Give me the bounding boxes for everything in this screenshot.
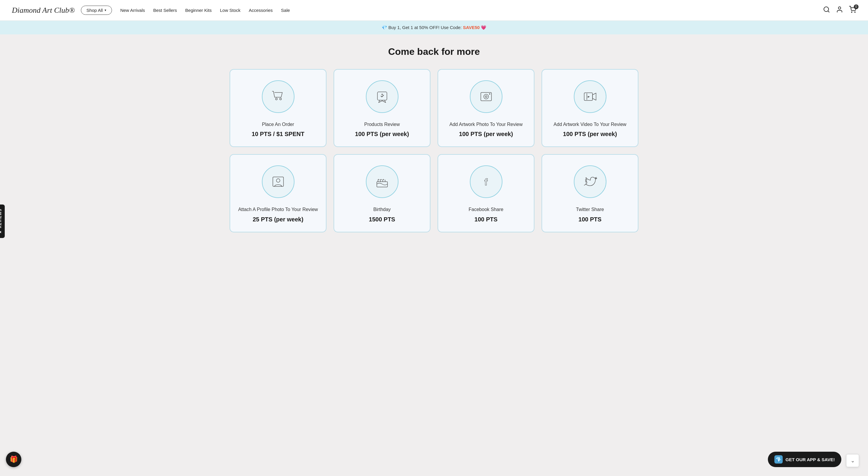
reward-title-twitter: Twitter Share [576, 206, 604, 213]
artwork-photo-icon-circle [470, 80, 502, 113]
profile-photo-icon-circle [262, 166, 294, 198]
twitter-icon [582, 174, 598, 189]
svg-rect-7 [377, 92, 387, 100]
promo-emoji-right: 💗 [481, 25, 487, 30]
reward-card-products-review[interactable]: Products Review 100 PTS (per week) [334, 69, 430, 147]
reviews-label: REVIEWS [0, 209, 2, 228]
birthday-icon-circle [366, 166, 398, 198]
svg-point-9 [484, 94, 489, 99]
reward-card-artwork-video[interactable]: Add Artwork Video To Your Review 100 PTS… [541, 69, 639, 147]
reward-pts-birthday: 1500 PTS [369, 216, 395, 223]
main-content: Come back for more Place An Order 10 PTS… [212, 34, 656, 250]
reward-title-facebook: Facebook Share [469, 206, 503, 213]
facebook-icon-circle: f [470, 166, 502, 198]
svg-line-1 [828, 11, 829, 12]
reward-pts-profile-photo: 25 PTS (per week) [253, 216, 303, 223]
rewards-grid: Place An Order 10 PTS / $1 SPENT Product… [229, 69, 639, 232]
photo-icon [478, 89, 494, 104]
reward-card-profile-photo[interactable]: Attach A Profile Photo To Your Review 25… [229, 154, 327, 232]
reward-card-twitter[interactable]: Twitter Share 100 PTS [541, 154, 639, 232]
svg-point-15 [276, 179, 280, 182]
search-button[interactable] [823, 6, 830, 15]
reward-title-birthday: Birthday [373, 206, 391, 213]
reward-card-facebook[interactable]: f Facebook Share 100 PTS [438, 154, 534, 232]
promo-code: SAVE50 [463, 25, 479, 30]
logo: Diamond Art Club® [12, 6, 75, 15]
reward-pts-twitter: 100 PTS [579, 216, 602, 223]
place-order-icon-circle [262, 80, 294, 113]
reviews-sidebar[interactable]: ★ REVIEWS [0, 205, 5, 238]
reward-card-birthday[interactable]: Birthday 1500 PTS [334, 154, 430, 232]
svg-point-11 [489, 93, 490, 94]
reward-title-products-review: Products Review [364, 121, 400, 128]
header-icons: 0 [823, 6, 856, 15]
products-review-icon-circle [366, 80, 398, 113]
reward-pts-artwork-photo: 100 PTS (per week) [459, 131, 513, 138]
reward-pts-products-review: 100 PTS (per week) [355, 131, 409, 138]
reward-title-profile-photo: Attach A Profile Photo To Your Review [238, 206, 318, 213]
app-banner-label: GET OUR APP & SAVE! [786, 457, 835, 462]
birthday-icon [374, 174, 390, 189]
nav-low-stock[interactable]: Low Stock [220, 8, 241, 13]
artwork-video-icon-circle [574, 80, 607, 113]
svg-point-3 [851, 12, 852, 12]
review-icon [374, 89, 390, 104]
facebook-icon: f [478, 174, 494, 189]
shop-all-button[interactable]: Shop All ▾ [81, 6, 112, 15]
video-icon [582, 89, 598, 104]
reward-card-artwork-photo[interactable]: Add Artwork Photo To Your Review 100 PTS… [438, 69, 534, 147]
nav-beginner-kits[interactable]: Beginner Kits [185, 8, 212, 13]
svg-text:f: f [484, 177, 488, 187]
app-icon: 💎 [774, 455, 783, 464]
account-button[interactable] [836, 6, 843, 15]
nav-best-sellers[interactable]: Best Sellers [153, 8, 177, 13]
profile-icon [271, 174, 286, 189]
cart-button[interactable]: 0 [849, 6, 856, 15]
star-icon: ★ [0, 230, 2, 234]
svg-rect-14 [273, 177, 283, 186]
nav-sale[interactable]: Sale [281, 8, 290, 13]
svg-rect-16 [377, 182, 388, 187]
gift-button[interactable]: 🎁 [6, 452, 21, 467]
reward-pts-artwork-video: 100 PTS (per week) [563, 131, 617, 138]
chevron-up-icon: ⌄ [850, 457, 855, 464]
reward-title-artwork-video: Add Artwork Video To Your Review [554, 121, 626, 128]
svg-point-4 [855, 12, 855, 12]
svg-point-5 [276, 98, 277, 100]
chevron-down-icon: ▾ [104, 8, 106, 12]
nav-accessories[interactable]: Accessories [249, 8, 273, 13]
promo-emoji-left: 💎 [381, 25, 387, 30]
reward-pts-facebook: 100 PTS [474, 216, 498, 223]
nav-new-arrivals[interactable]: New Arrivals [120, 8, 145, 13]
svg-point-6 [280, 98, 281, 100]
reward-title-place-order: Place An Order [262, 121, 294, 128]
cart-icon [271, 89, 286, 104]
main-nav: Shop All ▾ New Arrivals Best Sellers Beg… [75, 6, 823, 15]
reward-card-place-order[interactable]: Place An Order 10 PTS / $1 SPENT [229, 69, 327, 147]
reward-pts-place-order: 10 PTS / $1 SPENT [252, 131, 305, 138]
gift-icon: 🎁 [10, 455, 18, 463]
scroll-up-button[interactable]: ⌄ [846, 454, 859, 467]
twitter-icon-circle [574, 166, 607, 198]
page-title: Come back for more [229, 46, 639, 57]
header: Diamond Art Club® Shop All ▾ New Arrival… [0, 0, 868, 21]
promo-banner: 💎 Buy 1, Get 1 at 50% OFF! Use Code: SAV… [0, 21, 868, 34]
reward-title-artwork-photo: Add Artwork Photo To Your Review [450, 121, 523, 128]
app-download-banner[interactable]: 💎 GET OUR APP & SAVE! [768, 452, 841, 467]
svg-point-10 [485, 96, 487, 97]
promo-text: Buy 1, Get 1 at 50% OFF! Use Code: [389, 25, 463, 30]
svg-point-2 [838, 7, 841, 9]
cart-count: 0 [854, 4, 859, 9]
